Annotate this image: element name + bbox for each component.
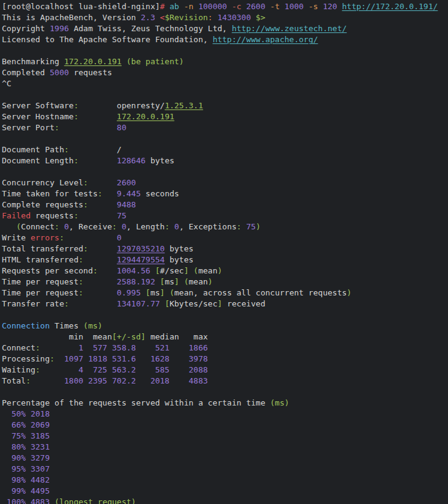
- command-name: ab: [170, 2, 179, 11]
- html-transferred-value: 1294479554: [117, 255, 165, 264]
- terminal-line: Benchmarking 172.20.0.191 (be patient): [2, 56, 448, 67]
- failed-requests-value: 75: [117, 211, 127, 220]
- text-segment: 0: [64, 222, 69, 231]
- row-label: Total: [2, 376, 26, 385]
- server-version: 1.25.3.1: [165, 101, 203, 110]
- label: Document Length: [2, 156, 73, 165]
- text-segment: ): [256, 222, 261, 231]
- text-segment: (be patient): [127, 57, 184, 66]
- terminal-line: Server Software: openresty/1.25.3.1: [2, 100, 448, 111]
- terminal-line: Connect: 1 577 358.8 521 1866: [2, 343, 448, 354]
- text-segment: Adam Twiss, Zeus Technology Ltd,: [69, 24, 232, 33]
- terminal-line: Waiting: 4 725 563.2 585 2088: [2, 365, 448, 376]
- text-segment: :: [50, 354, 54, 363]
- percentile-50: 50% 2018: [2, 409, 50, 418]
- text-segment: :: [64, 145, 69, 154]
- text-segment: mean: [189, 277, 207, 286]
- terminal-line: Total: 1800 2395 702.2 2018 4883: [2, 376, 448, 387]
- url-link[interactable]: http://172.20.0.191/: [342, 2, 438, 11]
- text-segment: mean: [198, 266, 217, 275]
- text-segment: :: [83, 178, 88, 187]
- terminal-line: Processing: 1097 1818 531.6 1628 3978: [2, 354, 448, 365]
- text-segment: Write: [2, 233, 31, 242]
- text-segment: [59, 222, 64, 231]
- label: Complete requests: [2, 200, 83, 209]
- interrupt-signal: ^C: [2, 79, 12, 88]
- terminal-line: Total transferred: 1297035210 bytes: [2, 243, 448, 254]
- text-segment: Benchmarking: [2, 57, 64, 66]
- flag-n-value: 100000: [198, 2, 227, 11]
- connect-times: 1 577 358.8 521 1866: [40, 343, 208, 352]
- flag-s-value: 120: [323, 2, 337, 11]
- label: HTML transferred: [2, 255, 78, 264]
- text-segment: [78, 112, 117, 121]
- text-segment: [304, 2, 308, 11]
- text-segment: openresty/: [78, 101, 165, 110]
- terminal-line: Time taken for tests: 9.445 seconds: [2, 188, 448, 199]
- row-label: Processing: [2, 354, 50, 363]
- text-segment: :: [112, 222, 117, 231]
- text-segment: [160, 299, 165, 308]
- text-segment: :: [35, 343, 40, 352]
- text-segment: bytes: [165, 244, 193, 253]
- text-segment: , Length: [127, 222, 165, 231]
- terminal-line: (Connect: 0, Receive: 0, Length: 0, Exce…: [2, 221, 448, 232]
- row-label: Connect: [2, 343, 35, 352]
- terminal-line: 50% 2018: [2, 409, 448, 420]
- terminal-line: Write errors: 0: [2, 232, 448, 243]
- terminal-line: Time per request: 2588.192 [ms] (mean): [2, 276, 448, 287]
- terminal-line: [2, 89, 448, 100]
- text-segment: ms: [165, 277, 174, 286]
- text-segment: , Receive: [69, 222, 112, 231]
- host-link[interactable]: 172.20.0.191: [64, 57, 122, 66]
- time-taken-value: 9.445: [117, 189, 141, 198]
- label: Time per request: [2, 288, 78, 297]
- text-segment: :: [64, 299, 69, 308]
- text-segment: [64, 233, 117, 242]
- terminal-line: 90% 3279: [2, 453, 448, 464]
- text-segment: /: [69, 145, 122, 154]
- url-link[interactable]: http://www.apache.org/: [212, 35, 318, 44]
- terminal-line: Connection Times (ms): [2, 321, 448, 332]
- host-link[interactable]: 172.20.0.191: [117, 112, 174, 121]
- text-segment: ): [217, 266, 222, 275]
- text-segment: received: [222, 299, 265, 308]
- failed-label: Failed: [2, 211, 31, 220]
- text-segment: :: [83, 200, 88, 209]
- text-segment: :: [93, 266, 98, 275]
- label: Total transferred: [2, 244, 83, 253]
- text-segment: [193, 2, 198, 11]
- text-segment: 0: [122, 222, 127, 231]
- terminal-line: Failed requests: 75: [2, 210, 448, 221]
- percentile-66: 66% 2069: [2, 420, 50, 429]
- label: Requests per second: [2, 266, 93, 275]
- terminal[interactable]: [root@localhost lua-shield-nginx]# ab -n…: [0, 0, 448, 504]
- text-segment: [78, 156, 117, 165]
- text-segment: <: [160, 13, 165, 22]
- terminal-line: 98% 4482: [2, 475, 448, 486]
- port-value: 80: [117, 123, 127, 132]
- text-segment: :: [54, 222, 59, 231]
- text-segment: (: [193, 266, 198, 275]
- terminal-line: Document Length: 128646 bytes: [2, 155, 448, 166]
- text-segment: :: [59, 233, 64, 242]
- text-segment: [: [160, 277, 165, 286]
- flag-t: -t: [270, 2, 280, 11]
- terminal-line: 99% 4495: [2, 486, 448, 497]
- text-segment: Copyright: [2, 24, 50, 33]
- text-segment: [: [165, 299, 170, 308]
- text-segment: [98, 266, 117, 275]
- text-segment: 0: [174, 222, 179, 231]
- time-per-request-value: 2588.192: [117, 277, 155, 286]
- url-link[interactable]: http://www.zeustech.net/: [232, 24, 347, 33]
- terminal-line: [2, 133, 448, 144]
- text-segment: #/sec: [160, 266, 184, 275]
- text-segment: :: [78, 255, 83, 264]
- table-header: min mean: [2, 332, 112, 341]
- text-segment: [337, 2, 342, 11]
- text-segment: [117, 222, 122, 231]
- text-segment: :: [35, 365, 40, 374]
- text-segment: [165, 2, 170, 11]
- text-segment: [189, 266, 193, 275]
- text-segment: 1996: [50, 24, 69, 33]
